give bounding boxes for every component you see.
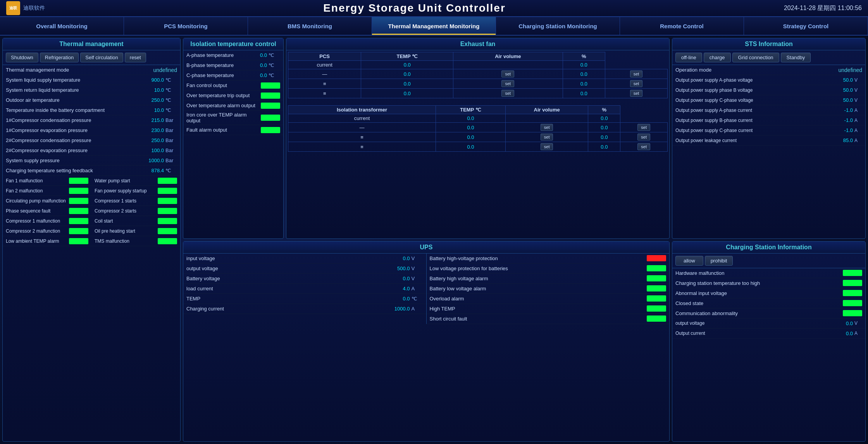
comp2-evaporation-row: 2#Compressor evaporation pressure 100.0 … [3, 146, 180, 156]
standby-button[interactable]: Standby [781, 53, 811, 62]
tab-strategy-control[interactable]: Strategy Control [744, 17, 868, 35]
pcs-set-btn-1[interactable]: set [501, 70, 514, 77]
iso-row-3: ≡ 0.0 set 0.0 set [288, 142, 668, 152]
fault-comp2-start: Compressor 2 starts [91, 206, 180, 216]
allow-button[interactable]: allow [675, 256, 703, 266]
fault-comp1-start: Compressor 1 starts [91, 196, 180, 206]
comp1-indicator [69, 218, 88, 224]
pcs-set-btn-2[interactable]: set [501, 80, 514, 87]
cs-output-voltage-row: output voltage 0.0 V [672, 319, 865, 329]
bottom-row: UPS input voltage 0.0 V output voltage 5… [183, 241, 866, 442]
fault-tms: TMS malfunction [91, 236, 180, 246]
pcs-set-btn-1b[interactable]: set [630, 70, 643, 77]
pcs-row-1: — 0.0 set 0.0 set [288, 69, 668, 79]
ups-content: input voltage 0.0 V output voltage 500.0… [183, 254, 669, 324]
sts-c-voltage-row: Output power supply C-phase voltage 50.0… [672, 95, 865, 105]
ups-temp-row: TEMP 0.0 ℃ [183, 294, 426, 304]
air-col-header: Air volume [453, 52, 563, 61]
fault-fan1: Fan 1 malfunction [3, 176, 91, 186]
iso-set-btn-1[interactable]: set [541, 124, 553, 131]
fan-ctrl-indicator [261, 82, 280, 89]
pcs-current-row: current 0.0 0.0 [288, 61, 668, 69]
return-liquid-temp-row: System return liquid temperature 10.0 ℃ [3, 85, 180, 95]
tab-pcs-monitoring[interactable]: PCS Monitoring [124, 17, 248, 35]
thermal-buttons: Shutdown Refrigeration Self circulation … [3, 50, 180, 65]
self-circulation-button[interactable]: Self circulation [80, 53, 123, 62]
prohibit-button[interactable]: prohibit [705, 256, 733, 266]
ups-left: input voltage 0.0 V output voltage 500.0… [183, 254, 427, 324]
tab-charging-station[interactable]: Charging Station Monitoring [496, 17, 620, 35]
ups-output-voltage-row: output voltage 500.0 V [183, 264, 426, 274]
comp1-start-indicator [158, 198, 177, 204]
logo-text: 迪联软件 [23, 5, 45, 12]
fault-coil-start: Coil start [91, 216, 180, 226]
offline-button[interactable]: off-line [675, 53, 702, 62]
pcs-row-3: ≡ 0.0 set 0.0 set [288, 89, 668, 98]
pcs-row-2: ≡ 0.0 set 0.0 set [288, 79, 668, 89]
ups-batt-lv-alarm-row: Battery low voltage alarm [427, 284, 670, 294]
logo: 迪联 迪联软件 [6, 1, 45, 15]
pcs-fan-table: PCS TEMP ℃ Air volume % current 0.0 [288, 52, 668, 98]
percent-col-header: % [563, 52, 605, 61]
charging-temp-feedback-row: Charging temperature setting feedback 87… [3, 166, 180, 176]
over-temp-trip-indicator [261, 93, 280, 99]
refrigeration-button[interactable]: Refrigeration [40, 53, 79, 62]
iso-percent-col-header: % [588, 106, 620, 114]
high-temp-indicator [647, 305, 666, 312]
pcs-set-btn-3b[interactable]: set [630, 90, 643, 97]
tab-thermal-management[interactable]: Thermal Management Monitoring [372, 17, 496, 35]
fault-fan2: Fan 2 malfunction [3, 186, 91, 196]
water-pump-indicator [158, 178, 177, 184]
iso-set-btn-3b[interactable]: set [637, 143, 650, 150]
nav-tabs: Overall Monitoring PCS Monitoring BMS Mo… [0, 17, 868, 36]
low-volt-protect-indicator [647, 265, 666, 271]
sts-b-current-row: Output power supply B-phase current -1.0… [672, 115, 865, 125]
pcs-set-btn-3[interactable]: set [501, 90, 514, 97]
iso-set-btn-2b[interactable]: set [637, 134, 650, 141]
shutdown-button[interactable]: Shutdown [6, 53, 38, 62]
c-phase-temp-row: C-phase temperature 0.0 ℃ [183, 70, 283, 81]
ups-high-temp-row: High TEMP [427, 304, 670, 314]
ups-battery-voltage-row: Battery voltage 0.0 V [183, 274, 426, 284]
battery-compartment-temp-row: Temperature inside the battery compartme… [3, 105, 180, 115]
charging-station-temp-row: Charging station temperature too high [672, 278, 865, 288]
thermal-mode-row: Thermal management mode undefined [3, 65, 180, 75]
grid-connection-button[interactable]: Grid connection [732, 53, 779, 62]
tab-remote-control[interactable]: Remote Control [620, 17, 744, 35]
fault-fan1-indicator [69, 178, 88, 184]
hw-malfunction-row: Hardware malfunction [672, 268, 865, 278]
iso-set-btn-3[interactable]: set [541, 143, 553, 150]
comp1-condensation-row: 1#Compressor condensation pressure 215.0… [3, 115, 180, 125]
fault-alarm-output-indicator [261, 127, 280, 133]
sts-title: STS Information [672, 38, 865, 50]
comp2-condensation-row: 2#Compressor condensation pressure 250.0… [3, 135, 180, 146]
sts-buttons: off-line charge Grid connection Standby [672, 50, 865, 65]
iso-fan-table: Isolation transformer TEMP ℃ Air volume … [288, 105, 668, 152]
fault-oil-heating: Oil pre heating start [91, 226, 180, 236]
iso-set-btn-2[interactable]: set [541, 134, 553, 141]
iso-col-header: Isolation transformer [288, 106, 436, 114]
exhaust-panel: Exhaust fan PCS TEMP ℃ Air volume % [286, 38, 670, 239]
fault-fan2-indicator [69, 188, 88, 194]
liquid-supply-temp-row: System liquid supply temperature 900.0 ℃ [3, 75, 180, 85]
overload-alarm-indicator [647, 295, 666, 302]
sts-c-current-row: Output power supply C-phase current -1.0… [672, 125, 865, 135]
tab-bms-monitoring[interactable]: BMS Monitoring [248, 17, 372, 35]
short-circuit-indicator [647, 315, 666, 322]
reset-button[interactable]: reset [125, 53, 146, 62]
charge-button[interactable]: charge [704, 53, 731, 62]
sts-op-mode-row: Operation mode undefined [672, 65, 865, 75]
isolation-panel: Isolation temperature control A-phase te… [183, 38, 284, 239]
iso-set-btn-1b[interactable]: set [637, 124, 650, 131]
iron-core-indicator [261, 115, 280, 121]
tab-overall-monitoring[interactable]: Overall Monitoring [0, 17, 124, 35]
comm-abnormality-indicator [843, 310, 862, 316]
coil-start-indicator [158, 218, 177, 224]
over-temp-alarm-indicator [261, 103, 280, 109]
comp2-start-indicator [158, 208, 177, 214]
over-temp-alarm-row: Over temperature alarm output [183, 101, 283, 111]
pcs-set-btn-2b[interactable]: set [630, 80, 643, 87]
ups-input-voltage-row: input voltage 0.0 V [183, 254, 426, 264]
circ-pump-indicator [69, 198, 88, 204]
charging-station-title: Charging Station Information [672, 242, 865, 254]
